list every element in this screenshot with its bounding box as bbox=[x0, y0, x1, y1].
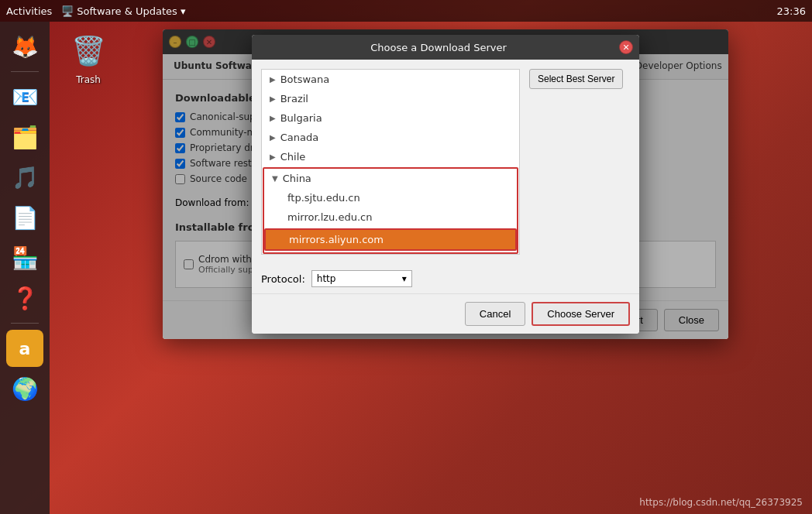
country-label-chile: Chile bbox=[280, 151, 306, 163]
dialog-body: ▶ Botswana ▶ Brazil ▶ Bulgaria bbox=[252, 60, 639, 264]
list-item-chile[interactable]: ▶ Chile bbox=[262, 147, 519, 166]
app-menu-icon: 🖥️ bbox=[61, 5, 74, 17]
dialog-title: Choose a Download Server bbox=[258, 42, 619, 53]
country-label-canada: Canada bbox=[280, 132, 318, 143]
app-menu-arrow-icon: ▾ bbox=[181, 5, 186, 17]
cancel-button[interactable]: Cancel bbox=[465, 302, 525, 326]
watermark: https://blog.csdn.net/qq_26373925 bbox=[639, 497, 803, 508]
expand-arrow-bulgaria: ▶ bbox=[270, 114, 276, 122]
expand-arrow-botswana: ▶ bbox=[270, 75, 276, 84]
protocol-label: Protocol: bbox=[261, 273, 305, 285]
list-item-china[interactable]: ▼ China bbox=[264, 169, 517, 188]
desktop-trash-icon[interactable]: 🗑️ Trash bbox=[70, 31, 107, 85]
dialog-buttons: Cancel Choose Server bbox=[252, 293, 639, 334]
trash-label: Trash bbox=[76, 74, 101, 85]
main-window: – □ ✕ Software & Updates Ubuntu Software… bbox=[163, 29, 728, 339]
choose-server-button[interactable]: Choose Server bbox=[532, 302, 630, 326]
sidebar-item-firefox[interactable]: 🦊 bbox=[6, 28, 43, 65]
right-panel: Select Best Server bbox=[529, 69, 630, 255]
list-item-server-mirrors-aliyun[interactable]: mirrors.aliyun.com bbox=[266, 230, 515, 249]
server-label-ftp-sjtu: ftp.sjtu.edu.cn bbox=[287, 192, 360, 204]
list-item-canada[interactable]: ▶ Canada bbox=[262, 128, 519, 147]
app-menu[interactable]: 🖥️ Software & Updates ▾ bbox=[61, 5, 185, 17]
country-label-china: China bbox=[283, 173, 311, 184]
list-item-server-ftp-sjtu[interactable]: ftp.sjtu.edu.cn bbox=[264, 188, 517, 207]
protocol-row: Protocol: http ▾ bbox=[252, 264, 639, 293]
taskbar: Activities 🖥️ Software & Updates ▾ 23:36 bbox=[0, 0, 812, 22]
list-item-brazil[interactable]: ▶ Brazil bbox=[262, 89, 519, 108]
sidebar-item-writer[interactable]: 📄 bbox=[6, 199, 43, 236]
expand-arrow-china: ▼ bbox=[272, 174, 278, 183]
activities-button[interactable]: Activities bbox=[6, 5, 52, 17]
sidebar-item-music[interactable]: 🎵 bbox=[6, 159, 43, 196]
server-list-panel[interactable]: ▶ Botswana ▶ Brazil ▶ Bulgaria bbox=[261, 69, 520, 255]
protocol-value: http bbox=[317, 273, 336, 284]
select-best-server-button[interactable]: Select Best Server bbox=[529, 69, 623, 89]
trash-icon-image: 🗑️ bbox=[70, 31, 107, 71]
sidebar: 🦊 📧 🗂️ 🎵 📄 🏪 ❓ a 🌍 bbox=[0, 22, 50, 514]
list-item-server-mirror-lzu[interactable]: mirror.lzu.edu.cn bbox=[264, 207, 517, 227]
sidebar-separator bbox=[11, 71, 39, 72]
protocol-dropdown[interactable]: http ▾ bbox=[311, 270, 412, 287]
expand-arrow-canada: ▶ bbox=[270, 133, 276, 142]
sidebar-item-mail[interactable]: 📧 bbox=[6, 78, 43, 115]
server-label-mirror-lzu: mirror.lzu.edu.cn bbox=[287, 211, 373, 223]
list-item-botswana[interactable]: ▶ Botswana bbox=[262, 70, 519, 89]
sidebar-item-help[interactable]: ❓ bbox=[6, 279, 43, 317]
expand-arrow-brazil: ▶ bbox=[270, 94, 276, 103]
server-label-mirrors-aliyun: mirrors.aliyun.com bbox=[289, 234, 384, 245]
sidebar-item-amazon[interactable]: a bbox=[6, 330, 43, 367]
expand-arrow-chile: ▶ bbox=[270, 152, 276, 161]
sidebar-item-appstore[interactable]: 🏪 bbox=[6, 239, 43, 276]
country-label-brazil: Brazil bbox=[280, 93, 308, 105]
protocol-dropdown-arrow-icon: ▾ bbox=[402, 273, 407, 284]
taskbar-clock: 23:36 bbox=[777, 5, 806, 17]
sidebar-separator-2 bbox=[11, 323, 39, 324]
taskbar-left: Activities 🖥️ Software & Updates ▾ bbox=[6, 5, 185, 17]
dialog-close-button[interactable]: ✕ bbox=[619, 40, 633, 54]
choose-server-dialog: Choose a Download Server ✕ ▶ Botswana ▶ … bbox=[252, 35, 639, 334]
sidebar-item-globe[interactable]: 🌍 bbox=[6, 370, 43, 407]
app-menu-label: Software & Updates bbox=[77, 5, 177, 17]
dialog-titlebar: Choose a Download Server ✕ bbox=[252, 35, 639, 60]
list-item-bulgaria[interactable]: ▶ Bulgaria bbox=[262, 108, 519, 128]
dialog-overlay: Choose a Download Server ✕ ▶ Botswana ▶ … bbox=[163, 29, 728, 339]
country-label-bulgaria: Bulgaria bbox=[280, 112, 322, 124]
country-label-botswana: Botswana bbox=[280, 74, 330, 85]
sidebar-item-files[interactable]: 🗂️ bbox=[6, 118, 43, 156]
